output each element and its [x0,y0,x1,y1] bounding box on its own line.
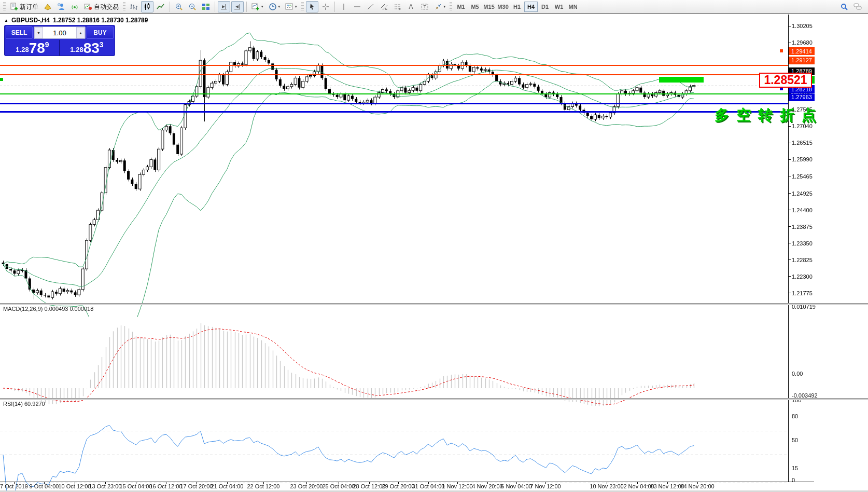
hline-price-label[interactable]: 1.29127 [789,57,815,64]
line-chart-icon [157,3,165,11]
cursor-button[interactable] [306,1,318,12]
crosshair-button[interactable] [319,1,332,12]
toolbar-grip[interactable] [450,2,452,11]
price-tick-mark [788,126,791,127]
timeframe-button-h4[interactable]: H4 [524,2,538,12]
chat-icon[interactable] [853,3,862,11]
svg-text:T: T [423,4,426,9]
annotation-text[interactable]: 多空转折点 [715,105,823,125]
templates-dropdown-caret[interactable]: ▾ [295,5,297,9]
horizontal-line-button[interactable] [351,1,363,12]
timeframe-button-m5[interactable]: M5 [468,2,482,12]
trendline-button[interactable] [365,1,377,12]
timeframe-button-m30[interactable]: M30 [496,2,510,12]
rsi-axis-label: 50 [792,437,798,443]
text-button[interactable]: A [405,1,417,12]
price-callout-box[interactable]: 1.28521 [759,73,812,88]
chart-canvas[interactable] [0,15,868,492]
cursor-icon [308,3,316,11]
rsi-name: RSI(14) [3,401,23,407]
indicators-button[interactable]: ▾ [249,1,265,12]
rsi-pane-separator[interactable] [0,398,868,400]
line-selection-handle[interactable] [780,49,783,52]
price-tick-mark [788,243,791,243]
macd-pane-separator[interactable] [0,303,868,305]
trendline-icon [367,3,375,11]
timeframe-button-h1[interactable]: H1 [510,2,524,12]
rsi-value: 60.9270 [24,401,45,407]
macd-label: MACD(12,26,9) 0.000493 0.000018 [3,306,93,312]
text-label-button[interactable]: T [418,1,431,12]
auto-scroll-button[interactable] [218,1,230,12]
sell-price-display[interactable]: 1.28789 [6,40,59,56]
volume-input[interactable]: 1.00 [43,27,76,38]
sell-price-pips: 78 [29,42,45,55]
templates-button[interactable]: ▾ [283,1,299,12]
toolbar-separator [334,2,335,12]
sell-button[interactable]: SELL [6,26,33,39]
signal-button[interactable] [68,1,81,12]
volume-stepper: ▼ 1.00 ▲ [34,26,86,39]
line-selection-handle[interactable] [0,78,3,81]
equidistant-channel-icon: E [380,3,388,11]
price-tick-mark [788,293,791,293]
buy-price-display[interactable]: 1.28833 [60,40,114,56]
tile-windows-button[interactable] [200,1,212,12]
timeframe-button-m15[interactable]: M15 [482,2,496,12]
hline-price-label[interactable]: 1.29414 [789,47,815,55]
metaeditor-button[interactable] [41,1,54,12]
periods-dropdown-caret[interactable]: ▾ [278,5,281,9]
equidistant-channel-button[interactable]: E [378,1,390,12]
toolbar-separator [170,2,170,12]
arrows-dropdown-caret[interactable]: ▾ [444,5,446,9]
bar-chart-button[interactable] [128,1,140,12]
auto-scroll-icon [220,3,228,11]
zoom-in-button[interactable] [173,1,185,12]
timeframe-button-d1[interactable]: D1 [538,2,552,12]
candlestick-chart-button[interactable] [141,1,153,12]
buy-price-point: 3 [100,40,104,49]
highlight-rectangle[interactable] [659,77,704,83]
timeframe-group: M1M5M15M30H1H4D1W1MN [454,2,580,12]
periods-button[interactable]: ▾ [267,1,283,12]
symbol-info-line: ▲ GBPUSD-,H4 1.28752 1.28816 1.28730 1.2… [4,17,148,24]
zoom-in-icon [175,3,183,11]
chart-shift-button[interactable] [231,1,244,12]
tile-windows-icon [202,3,210,11]
line-selection-handle[interactable] [780,87,783,90]
macd-name: MACD(12,26,9) [3,306,43,312]
indicators-dropdown-caret[interactable]: ▾ [261,5,263,9]
price-tick-mark [788,193,791,194]
price-tick-label: 1.25990 [792,156,813,162]
price-tick-label: 1.24400 [792,207,813,213]
auto-trading-icon [84,3,92,11]
timeframe-button-w1[interactable]: W1 [552,2,566,12]
buy-price-prefix: 1.28 [70,46,83,53]
arrows-icon [434,3,442,11]
search-icon[interactable] [840,3,848,11]
auto-trading-button[interactable]: 自动交易 [82,1,121,12]
new-order-button[interactable]: 新订单 [8,1,40,12]
arrows-button[interactable]: ▾ [432,1,448,12]
price-tick-label: 1.25465 [792,173,813,180]
toolbar-grip[interactable] [123,2,125,11]
toolbar-grip[interactable] [3,2,6,11]
hline-price-label[interactable]: 1.27963 [789,93,815,101]
profile-button[interactable] [55,1,67,12]
fibonacci-button[interactable]: F [391,1,404,12]
line-chart-button[interactable] [155,1,167,12]
zoom-out-button[interactable] [186,1,199,12]
price-tick-mark [788,259,791,260]
timeframe-button-m1[interactable]: M1 [454,2,468,12]
vertical-line-button[interactable] [338,1,350,12]
rsi-axis-label: 15 [792,465,798,471]
timeframe-button-mn[interactable]: MN [566,2,580,12]
bar-chart-icon [130,3,138,11]
price-tick-mark [788,26,791,26]
volume-increase-button[interactable]: ▲ [76,27,85,38]
price-tick-mark [788,210,791,210]
collapse-panel-icon[interactable]: ▲ [4,18,8,23]
toolbar-grip[interactable] [301,2,304,11]
buy-button[interactable]: BUY [87,26,114,39]
volume-decrease-button[interactable]: ▼ [34,27,43,38]
